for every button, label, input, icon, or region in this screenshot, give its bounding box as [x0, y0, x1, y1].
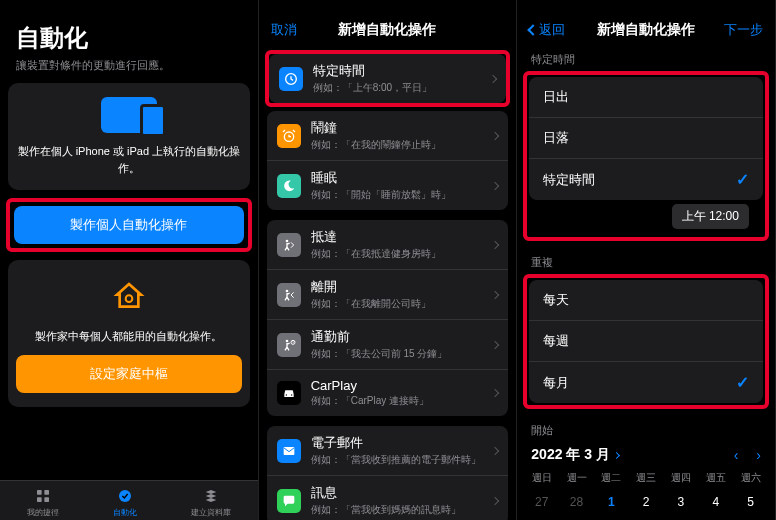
trigger-row-leave[interactable]: 離開例如：「在我離開公司時」	[267, 270, 509, 320]
chevron-right-icon	[491, 446, 499, 454]
calendar-day[interactable]: 9	[630, 516, 663, 520]
panel3-title: 新增自動化操作	[569, 21, 723, 39]
chevron-right-icon	[491, 181, 499, 189]
chevron-right-icon	[491, 496, 499, 504]
row-title: CarPlay	[311, 378, 493, 393]
calendar-next-button[interactable]: ›	[756, 447, 761, 463]
create-personal-automation-button[interactable]: 製作個人自動化操作	[14, 206, 244, 244]
highlight-box-personal: 製作個人自動化操作	[6, 198, 252, 252]
calendar-day[interactable]: 8	[595, 516, 628, 520]
setup-home-hub-button[interactable]: 設定家庭中樞	[16, 355, 242, 393]
highlight-box-time-trigger: 特定時間例如：「上午8:00，平日」	[265, 50, 511, 107]
mail-icon	[277, 439, 301, 463]
row-subtitle: 例如：「CarPlay 連接時」	[311, 394, 493, 408]
highlight-box-time-options: 日出 日落 特定時間✓ 上午 12:00	[523, 71, 769, 241]
row-title: 睡眠	[311, 169, 493, 187]
row-subtitle: 例如：「在我抵達健身房時」	[311, 247, 493, 261]
row-title: 鬧鐘	[311, 119, 493, 137]
option-sunset[interactable]: 日落	[529, 118, 763, 159]
personal-card-text: 製作在個人 iPhone 或 iPad 上執行的自動化操作。	[16, 143, 242, 176]
row-subtitle: 例如：「當我收到媽媽的訊息時」	[311, 503, 493, 517]
svg-point-0	[125, 295, 132, 302]
personal-automation-card: 製作在個人 iPhone 或 iPad 上執行的自動化操作。	[8, 83, 250, 190]
option-specific-time[interactable]: 特定時間✓	[529, 159, 763, 200]
next-button[interactable]: 下一步	[723, 21, 763, 39]
trigger-row-mail[interactable]: 電子郵件例如：「當我收到推薦的電子郵件時」	[267, 426, 509, 476]
trigger-row-msg[interactable]: 訊息例如：「當我收到媽媽的訊息時」	[267, 476, 509, 520]
tab-shortcuts[interactable]: 我的捷徑	[27, 487, 59, 518]
page-subtitle: 讓裝置對條件的更動進行回應。	[16, 58, 242, 73]
chevron-right-icon	[613, 451, 620, 458]
car-icon	[277, 381, 301, 405]
trigger-row-car[interactable]: CarPlay例如：「CarPlay 連接時」	[267, 370, 509, 416]
row-title: 通勤前	[311, 328, 493, 346]
calendar-day[interactable]: 28	[560, 490, 593, 514]
row-subtitle: 例如：「當我收到推薦的電子郵件時」	[311, 453, 493, 467]
calendar-dow: 週五	[699, 468, 732, 488]
new-automation-panel: 取消 新增自動化操作 特定時間例如：「上午8:00，平日」鬧鐘例如：「在我的鬧鐘…	[259, 0, 518, 520]
moon-icon	[277, 174, 301, 198]
svg-point-9	[285, 289, 288, 292]
highlight-box-repeat-options: 每天 每週 每月✓	[523, 274, 769, 409]
calendar-day[interactable]: 7	[560, 516, 593, 520]
chevron-left-icon	[528, 24, 539, 35]
row-subtitle: 例如：「上午8:00，平日」	[313, 81, 491, 95]
option-sunrise[interactable]: 日出	[529, 77, 763, 118]
panel2-title: 新增自動化操作	[311, 21, 465, 39]
calendar-day[interactable]: 11	[699, 516, 732, 520]
trigger-row-alarm[interactable]: 鬧鐘例如：「在我的鬧鐘停止時」	[267, 111, 509, 161]
option-daily[interactable]: 每天	[529, 280, 763, 321]
calendar-dow: 週四	[665, 468, 698, 488]
svg-point-10	[285, 339, 288, 342]
section-repeat: 重複	[517, 249, 775, 274]
trigger-row-arrive[interactable]: 抵達例如：「在我抵達健身房時」	[267, 220, 509, 270]
calendar-month-year[interactable]: 2022 年 3 月	[531, 446, 619, 464]
check-icon: ✓	[736, 373, 749, 392]
automation-tab-panel: 自動化 讓裝置對條件的更動進行回應。 製作在個人 iPhone 或 iPad 上…	[0, 0, 259, 520]
svg-point-8	[285, 239, 288, 242]
calendar-day[interactable]: 6	[525, 516, 558, 520]
calendar-day[interactable]: 1	[595, 490, 628, 514]
option-weekly[interactable]: 每週	[529, 321, 763, 362]
calendar-day[interactable]: 12	[734, 516, 767, 520]
tab-gallery[interactable]: 建立資料庫	[191, 487, 231, 518]
section-time: 特定時間	[517, 46, 775, 71]
svg-point-5	[119, 490, 131, 502]
calendar-day[interactable]: 27	[525, 490, 558, 514]
svg-rect-14	[283, 447, 294, 455]
calendar-day[interactable]: 10	[665, 516, 698, 520]
option-monthly[interactable]: 每月✓	[529, 362, 763, 403]
calendar-prev-button[interactable]: ‹	[734, 447, 739, 463]
chevron-right-icon	[489, 74, 497, 82]
row-subtitle: 例如：「我去公司前 15 分鐘」	[311, 347, 493, 361]
svg-point-12	[285, 394, 286, 395]
row-subtitle: 例如：「在我離開公司時」	[311, 297, 493, 311]
trigger-row-clock[interactable]: 特定時間例如：「上午8:00，平日」	[269, 54, 507, 103]
leave-icon	[277, 283, 301, 307]
calendar-day[interactable]: 3	[665, 490, 698, 514]
row-subtitle: 例如：「在我的鬧鐘停止時」	[311, 138, 493, 152]
svg-rect-3	[37, 497, 42, 502]
check-icon: ✓	[736, 170, 749, 189]
trigger-row-moon[interactable]: 睡眠例如：「開始「睡前放鬆」時」	[267, 161, 509, 210]
row-title: 抵達	[311, 228, 493, 246]
row-title: 特定時間	[313, 62, 491, 80]
chevron-right-icon	[491, 131, 499, 139]
back-button[interactable]: 返回	[529, 21, 569, 39]
chevron-right-icon	[491, 389, 499, 397]
device-icon	[101, 97, 157, 133]
svg-rect-4	[44, 497, 49, 502]
time-value-picker[interactable]: 上午 12:00	[672, 204, 749, 229]
row-subtitle: 例如：「開始「睡前放鬆」時」	[311, 188, 493, 202]
calendar-day[interactable]: 5	[734, 490, 767, 514]
calendar-day[interactable]: 2	[630, 490, 663, 514]
cancel-button[interactable]: 取消	[271, 21, 311, 39]
home-automation-card: 製作家中每個人都能用的自動化操作。 設定家庭中樞	[8, 260, 250, 407]
time-config-panel: 返回 新增自動化操作 下一步 特定時間 日出 日落 特定時間✓ 上午 12:00…	[517, 0, 776, 520]
section-start: 開始	[517, 417, 775, 442]
calendar-day[interactable]: 4	[699, 490, 732, 514]
home-icon	[107, 274, 151, 318]
trigger-row-commute[interactable]: 通勤前例如：「我去公司前 15 分鐘」	[267, 320, 509, 370]
row-title: 訊息	[311, 484, 493, 502]
tab-automation[interactable]: 自動化	[113, 487, 137, 518]
